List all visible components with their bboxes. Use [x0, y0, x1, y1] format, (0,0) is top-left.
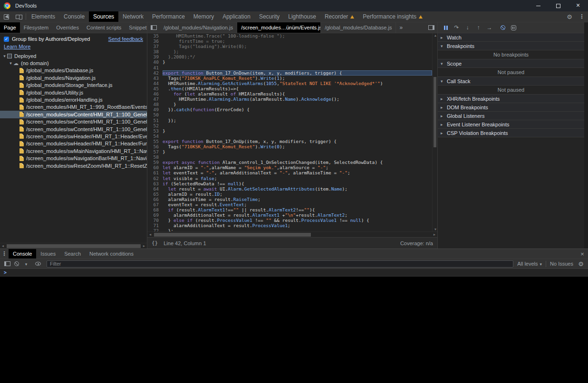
tab-security[interactable]: Security — [255, 11, 284, 22]
tree-item-screen-modules-swcontent-hmi-rt-1-100-genelg-r-n-m-face[interactable]: /screen_modules/swContent/HMI_RT_1::100_… — [0, 118, 147, 125]
disclosure-icon[interactable]: ▾ — [8, 61, 13, 66]
tree-item-screen-modules-swnavigationbar-hmi-rt-1-navigationbar-fun[interactable]: /screen_modules/swNavigationBar/HMI_RT_1… — [0, 154, 147, 162]
code-text[interactable]: HMIRuntime.Trace(" 100-loading-false "); — [163, 33, 432, 38]
pause-on-exceptions-button[interactable] — [508, 23, 519, 32]
code-text[interactable]: } — [163, 59, 432, 65]
scrollbar-thumb[interactable] — [154, 233, 311, 237]
group-files-checkbox[interactable] — [4, 37, 9, 42]
code-text[interactable]: alarmRaiseTime = result.RaiseTime; — [163, 197, 432, 202]
code-text[interactable]: alarmAdditionalText = result.AlarmText1 … — [163, 212, 432, 218]
code-text[interactable]: export async function Alarm_control_1_On… — [163, 160, 432, 165]
line-number[interactable]: 67 — [147, 202, 163, 207]
deactivate-breakpoints-button[interactable] — [497, 23, 508, 32]
tab-network[interactable]: Network — [118, 11, 148, 22]
line-number[interactable]: 51 — [147, 118, 163, 123]
tree-item-global-modules-storage-interface-js[interactable]: /global_modules/Storage_Interface.js — [0, 82, 147, 89]
code-text[interactable]: alarmID = result.ID; — [163, 192, 432, 197]
line-number[interactable]: 43 — [147, 76, 163, 81]
line-number[interactable]: 68 — [147, 207, 163, 212]
tree-item-deployed[interactable]: ▾Deployed — [0, 52, 147, 59]
tree-item-screen-modules-swcontent-hmi-rt-1-100-genelg-r-n-m-eve[interactable]: /screen_modules/swContent/HMI_RT_1::100_… — [0, 111, 147, 118]
tab-memory[interactable]: Memory — [189, 11, 218, 22]
send-feedback-link[interactable]: Send feedback — [108, 36, 143, 42]
code-text[interactable] — [163, 65, 432, 70]
inspect-element-button[interactable] — [0, 11, 12, 22]
code-text[interactable]: .then((HMIAlarmResults)=>{ — [163, 86, 432, 91]
more-options-button[interactable] — [576, 13, 588, 20]
log-levels-dropdown[interactable]: All levels — [517, 261, 538, 267]
drawer-tab-console[interactable]: Console — [9, 249, 36, 259]
more-editor-tabs-button[interactable]: » — [396, 22, 406, 33]
live-expression-button[interactable] — [33, 260, 43, 268]
code-text[interactable] — [163, 134, 432, 139]
close-button[interactable] — [568, 0, 588, 11]
code-text[interactable]: HMIRuntime.Alarming.Alarms(alarmResult.N… — [163, 96, 432, 102]
line-number[interactable]: 62 — [147, 176, 163, 181]
settings-button[interactable] — [563, 13, 576, 20]
code-text[interactable]: } else if (result.ProcessValue1 !== "" &… — [163, 218, 432, 223]
tree-item-screen-modules-hmi-rt-1-999-rootbase-events-js[interactable]: /screen_modules/HMI_RT_1::999_RootBase/E… — [0, 104, 147, 111]
line-number[interactable]: 58 — [147, 154, 163, 160]
code-text[interactable]: firstTime = true; — [163, 38, 432, 44]
code-text[interactable]: let visible = false; — [163, 176, 432, 181]
drawer-tab-issues[interactable]: Issues — [36, 249, 60, 259]
tree-item-screen-modules-swheader-hmi-rt-1-header-events-js[interactable]: /screen_modules/swHeader/HMI_RT_1::Heade… — [0, 133, 147, 140]
line-number[interactable]: 63 — [147, 181, 163, 186]
line-number[interactable]: 49 — [147, 107, 163, 112]
issues-counter[interactable]: No Issues — [550, 261, 573, 267]
editor-tab-global-modules-database-js[interactable]: /global_modules/Database.js — [321, 22, 396, 33]
step-over-button[interactable] — [451, 23, 462, 32]
line-number[interactable]: 60 — [147, 165, 163, 170]
section-dom-breakpoints[interactable]: ▸DOM Breakpoints — [438, 103, 584, 112]
code-text[interactable]: Tags("710KSK_AnaPLC_Komut_Reset").Write(… — [163, 76, 432, 81]
line-number[interactable]: 47 — [147, 96, 163, 102]
drawer-tab-network-conditions[interactable]: Network conditions — [85, 249, 138, 259]
line-number[interactable]: 37 — [147, 44, 163, 49]
editor-tab-global-modules-navigation-js[interactable]: /global_modules/Navigation.js — [160, 22, 237, 33]
tree-item-screen-modules-swmainnavigation-hmi-rt-1-navigationmenu[interactable]: /screen_modules/swMainNavigation/HMI_RT_… — [0, 147, 147, 154]
code-text[interactable]: } — [163, 128, 432, 134]
scroll-down-icon[interactable]: ▼ — [433, 228, 438, 231]
maximize-button[interactable] — [548, 0, 568, 11]
pretty-print-button[interactable]: {} — [152, 240, 158, 246]
line-number[interactable]: 70 — [147, 218, 163, 223]
tab-lighthouse[interactable]: Lighthouse — [284, 11, 320, 22]
code-text[interactable] — [163, 112, 432, 117]
section-watch[interactable]: ▸Watch — [438, 33, 584, 42]
code-text[interactable]: }; — [163, 49, 432, 54]
code-text[interactable]: }); — [163, 118, 432, 123]
line-number[interactable]: 57 — [147, 149, 163, 154]
section-call-stack[interactable]: ▾Call Stack — [438, 77, 584, 86]
navigator-tab-overrides[interactable]: Overrides — [52, 22, 83, 33]
close-drawer-button[interactable] — [577, 249, 588, 259]
line-number[interactable]: 38 — [147, 49, 163, 54]
line-number[interactable]: 56 — [147, 144, 163, 149]
code-area[interactable]: 35 HMIRuntime.Trace(" 100-loading-false … — [147, 33, 432, 231]
line-number[interactable]: 69 — [147, 212, 163, 218]
tree-item-global-modules-errorhandling-js[interactable]: /global_modules/errorHandling.js — [0, 96, 147, 103]
line-number[interactable]: 41 — [147, 65, 163, 70]
code-text[interactable]: for (let alarmResult of HMIAlarmResults)… — [163, 91, 432, 96]
resume-pause-button[interactable] — [440, 23, 451, 32]
line-number[interactable]: 54 — [147, 134, 163, 139]
code-text[interactable]: export function Button_17_OnDown(item, x… — [163, 70, 432, 76]
scroll-right-icon[interactable]: ► — [432, 233, 437, 236]
tab-elements[interactable]: Elements — [27, 11, 59, 22]
step-out-button[interactable] — [473, 23, 484, 32]
section-xhr-fetch-breakpoints[interactable]: ▸XHR/fetch Breakpoints — [438, 95, 584, 103]
line-number[interactable]: 65 — [147, 192, 163, 197]
tree-item-screen-modules-swresetzoom-hmi-rt-1-resetzoom-events-js[interactable]: /screen_modules/swResetZoom/HMI_RT_1::Re… — [0, 162, 147, 169]
tab-sources[interactable]: Sources — [89, 11, 118, 22]
drawer-menu-button[interactable] — [0, 249, 9, 259]
code-text[interactable]: let result = await UI.Alarm.GetSelectedA… — [163, 186, 432, 192]
line-number[interactable]: 50 — [147, 112, 163, 117]
scrollbar-thumb[interactable] — [434, 77, 436, 147]
code-text[interactable] — [163, 123, 432, 128]
line-number[interactable]: 35 — [147, 33, 163, 38]
code-text[interactable]: }).catch(function(ErrorCode) { — [163, 107, 432, 112]
code-text[interactable]: export function Button_17_OnUp(item, x, … — [163, 139, 432, 144]
line-number[interactable]: 55 — [147, 139, 163, 144]
line-number[interactable]: 59 — [147, 160, 163, 165]
console-settings-button[interactable] — [576, 260, 586, 268]
section-breakpoints[interactable]: ▾Breakpoints — [438, 42, 584, 50]
